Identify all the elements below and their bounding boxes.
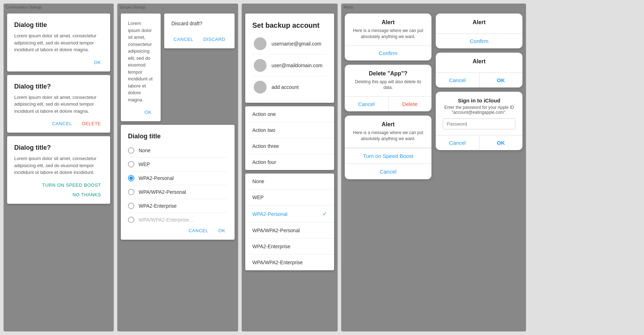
alert-ok-button[interactable]: OK <box>479 73 523 87</box>
confirmation-label: Confirmation Dialogs <box>4 4 44 11</box>
radio-dialog-card: Dialog title None WEP WPA2-Personal WPA/… <box>121 125 235 240</box>
signin-ok-button[interactable]: OK <box>479 135 523 150</box>
alert-title-cancel-ok: Alert <box>443 58 515 65</box>
check-icon: ✓ <box>322 211 327 217</box>
wifi-list-card: None WEP WPA2-Personal ✓ WPA/WPA2-Person… <box>245 174 334 270</box>
signin-cancel-button[interactable]: Cancel <box>436 135 479 150</box>
radio-item-none[interactable]: None <box>128 144 227 158</box>
alert-delete-button[interactable]: Delete <box>388 97 432 111</box>
action-item-two[interactable]: Action two <box>245 122 334 138</box>
dialog-card-2: Dialog title? Lorem ipsum dolor sit amet… <box>7 75 110 133</box>
alert-card-message-confirm: Alert Here is a message where we can put… <box>345 14 431 60</box>
simple-top-row: Lorem ipsum dolor sit amet, consectetur … <box>121 14 235 121</box>
wifi-label-wpa2personal: WPA2-Personal <box>252 211 288 217</box>
wifi-item-wpa2enterprise[interactable]: WPA2-Enterprise <box>245 239 334 255</box>
account-item-gmail[interactable]: username@gmail.com <box>252 33 327 55</box>
radio-item-wpawpa2enterprise[interactable]: WPA/WPA2-Enterprise... <box>128 213 227 227</box>
dialog-body-2: Lorem ipsum dolor sit amet, consectetur … <box>14 94 103 115</box>
account-item-add[interactable]: add account <box>252 76 327 98</box>
radio-item-wpa2personal[interactable]: WPA2-Personal <box>128 171 227 185</box>
alert-title-1: Alert <box>352 19 424 26</box>
radio-circle-wpa2personal <box>128 175 134 181</box>
signin-title: Sign in to iCloud <box>443 97 515 103</box>
alert-content-confirm-only: Alert <box>436 14 522 34</box>
dialog-title-3: Dialog title? <box>14 144 103 151</box>
alert-confirm-button-1[interactable]: Confirm <box>345 46 431 60</box>
account-name-gmail: username@gmail.com <box>272 41 321 47</box>
dialog-card-1: Dialog title Lorem ipsum dolor sit amet,… <box>7 14 110 71</box>
dialog-title-1: Dialog title <box>14 21 103 29</box>
radio-label-wep: WEP <box>139 161 150 167</box>
wifi-label-wep: WEP <box>252 195 264 200</box>
wifi-item-wpa2personal[interactable]: WPA2-Personal ✓ <box>245 206 334 223</box>
dialog-body-1: Lorem ipsum dolor sit amet, consectetur … <box>14 32 103 53</box>
radio-options-list: None WEP WPA2-Personal WPA/WPA2-Personal… <box>128 144 227 227</box>
dialog-3-no-thanks-button[interactable]: NO THANKS <box>70 191 103 199</box>
alert-content-delete: Delete "App"? Deleting this app will als… <box>345 65 431 97</box>
alert-actions-cancel-ok: Cancel OK <box>436 73 522 87</box>
dialog-title-2: Dialog title? <box>14 83 103 90</box>
dialog-actions-2: CANCEL DELETE <box>14 119 103 128</box>
alert-confirm-only-button[interactable]: Confirm <box>436 34 522 48</box>
dialog-2-cancel-button[interactable]: CANCEL <box>50 119 74 128</box>
radio-circle-wpawpa2enterprise <box>128 217 134 223</box>
account-avatar-add <box>254 81 267 94</box>
radio-label-wpawpa2: WPA/WPA2-Personal <box>139 189 186 195</box>
simple-plain-ok-button[interactable]: OK <box>142 108 154 116</box>
radio-item-wpa2enterprise[interactable]: WPA2-Enterprise <box>128 199 227 213</box>
dialog-2-delete-button[interactable]: DELETE <box>80 119 103 128</box>
alert-speed-boost-button[interactable]: Turn on Speed Boost <box>345 148 431 164</box>
action-item-one[interactable]: Action one <box>245 106 334 122</box>
simple-right-section: Simple Dialogs Set backup account userna… <box>242 4 338 331</box>
wifi-item-none[interactable]: None <box>245 174 334 190</box>
alert-title-confirm-only: Alert <box>443 19 515 26</box>
radio-circle-wpa2enterprise <box>128 203 134 209</box>
signin-password-input[interactable] <box>443 118 515 129</box>
alerts-section: Alerts Alert Here is a message where we … <box>341 4 526 331</box>
account-name-add: add account <box>272 84 299 90</box>
alert-card-speed-boost: Alert Here is a message where we can put… <box>345 116 431 179</box>
alert-message-delete: Deleting this app will also delete its d… <box>352 79 424 91</box>
dialog-card-3: Dialog title? Lorem ipsum dolor sit amet… <box>7 136 110 204</box>
action-item-three[interactable]: Action three <box>245 138 334 154</box>
radio-cancel-button[interactable]: CANCEL <box>186 227 210 235</box>
simple-label: Simple Dialogs <box>117 4 147 11</box>
alert-message-1: Here is a message where we can put absol… <box>352 28 424 40</box>
action-item-four[interactable]: Action four <box>245 154 334 170</box>
radio-item-wep[interactable]: WEP <box>128 158 227 171</box>
discard-discard-button[interactable]: DISCARD <box>201 35 227 43</box>
radio-circle-wpawpa2 <box>128 189 134 195</box>
radio-label-none: None <box>139 148 150 153</box>
alert-card-delete-app: Delete "App"? Deleting this app will als… <box>345 65 431 112</box>
simple-plain-body: Lorem ipsum dolor sit amet, consectetur … <box>128 20 154 103</box>
dialog-actions-3: TURN ON SPEED BOOST NO THANKS <box>14 181 103 199</box>
signin-content: Sign in to iCloud Enter the password for… <box>436 92 522 135</box>
wifi-item-wep[interactable]: WEP <box>245 190 334 206</box>
dialog-actions-1: OK <box>14 58 103 67</box>
discard-title: Discard draft? <box>171 20 227 27</box>
alerts-label: Alerts <box>341 4 355 11</box>
discard-cancel-button[interactable]: CANCEL <box>171 35 195 43</box>
wifi-item-wpawpa2enterprise[interactable]: WPA/WPA2-Enterprise <box>245 255 334 270</box>
account-item-maildomain[interactable]: user@maildomain.com <box>252 55 327 76</box>
alert-content-speed: Alert Here is a message where we can put… <box>345 116 431 148</box>
radio-ok-button[interactable]: OK <box>216 227 227 235</box>
alert-cancel-button-ok[interactable]: Cancel <box>436 73 479 87</box>
alert-card-cancel-ok: Alert Cancel OK <box>436 53 522 87</box>
dialog-3-speed-boost-button[interactable]: TURN ON SPEED BOOST <box>40 181 103 189</box>
simple-right-panel: Set backup account username@gmail.com us… <box>242 4 338 331</box>
radio-item-wpawpa2[interactable]: WPA/WPA2-Personal <box>128 185 227 199</box>
dialog-1-ok-button[interactable]: OK <box>92 58 103 67</box>
simple-plain-actions: OK <box>128 108 154 116</box>
alert-content-1: Alert Here is a message where we can put… <box>345 14 431 46</box>
wifi-item-wpawpa2[interactable]: WPA/WPA2-Personal <box>245 223 334 239</box>
wifi-label-none: None <box>252 179 264 184</box>
alert-cancel-speed-button[interactable]: Cancel <box>345 164 431 179</box>
account-avatar-maildomain <box>254 59 267 72</box>
alert-card-confirm-only: Alert Confirm <box>436 14 522 48</box>
confirmation-panel: Dialog title Lorem ipsum dolor sit amet,… <box>4 4 114 331</box>
alerts-col-right: Alert Confirm Alert Cancel OK <box>436 14 522 179</box>
account-dialog-card: Set backup account username@gmail.com us… <box>245 14 334 103</box>
alert-cancel-button-delete[interactable]: Cancel <box>345 97 388 111</box>
alert-actions-delete: Cancel Delete <box>345 97 431 111</box>
